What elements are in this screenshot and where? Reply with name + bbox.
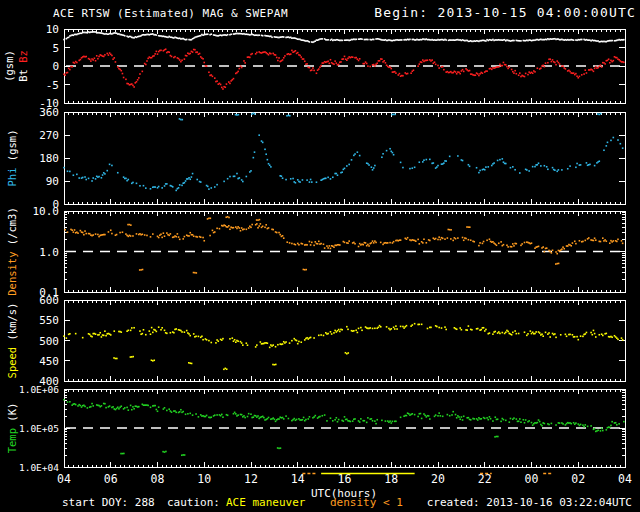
- y-tick-label: 0: [52, 60, 59, 73]
- y-axis-label: Density (/cm3): [6, 207, 18, 296]
- y-axis-label: Temp (K): [6, 403, 18, 454]
- x-tick-label: 04: [618, 472, 632, 486]
- panel-phi: 360270180900Phi (gsm): [6, 106, 625, 211]
- y-tick-label: 1.0E+04: [19, 462, 59, 473]
- panel-speed: 600550500450400Speed (km/s): [6, 294, 625, 388]
- y-tick-label: 550: [39, 314, 59, 327]
- series-speed: [63, 323, 623, 370]
- series-bt: [63, 31, 624, 43]
- y-tick-label: 450: [39, 355, 59, 368]
- y-tick-label: 600: [39, 294, 59, 307]
- y-axis-label: Speed (km/s): [6, 303, 18, 379]
- panel-bt-bz: 1050-5-10Bt Bz(gsm): [3, 23, 625, 110]
- y-tick-label: 270: [39, 129, 59, 142]
- y-axis-label-units: (gsm): [3, 50, 15, 82]
- panel-frame: [64, 300, 625, 381]
- series-phi: [63, 113, 623, 192]
- y-axis-label: Bt Bz: [17, 50, 29, 82]
- y-tick-label: 10: [46, 23, 59, 36]
- caution-maneuver-label: ACE maneuver: [226, 496, 305, 509]
- series-bz: [63, 48, 624, 89]
- x-tick-label: 22: [478, 472, 492, 486]
- caution-density-label: density < 1: [330, 496, 403, 509]
- x-tick-label: 00: [525, 472, 539, 486]
- y-tick-label: 180: [39, 152, 59, 165]
- y-tick-label: 500: [39, 335, 59, 348]
- x-tick-label: 06: [104, 472, 118, 486]
- y-tick-label: -5: [46, 79, 59, 92]
- caution-label: caution:: [167, 496, 220, 509]
- x-tick-label: 10: [197, 472, 211, 486]
- y-tick-label: 10.0: [33, 205, 60, 218]
- x-tick-label: 20: [431, 472, 445, 486]
- x-tick-label: 08: [151, 472, 165, 486]
- created-timestamp: created: 2013-10-16 03:22:04UTC: [427, 496, 632, 509]
- series-density: [64, 216, 623, 274]
- panel-density: 10.01.00.1Density (/cm3): [6, 205, 625, 299]
- start-doy-label: start DOY: 288: [62, 496, 155, 509]
- y-tick-label: 90: [46, 175, 59, 188]
- x-tick-label: 02: [571, 472, 585, 486]
- x-ticks: [64, 112, 625, 204]
- y-tick-label: 1.0E+06: [19, 384, 59, 395]
- x-tick-label: 04: [57, 472, 71, 486]
- y-axis-label: Phi (gsm): [6, 130, 18, 187]
- y-tick-label: 360: [39, 106, 59, 119]
- panel-temp: 1.0E+061.0E+051.0E+04Temp (K): [6, 384, 625, 473]
- panel-frame: [64, 112, 625, 204]
- ace-rtsw-screen: ACE RTSW (Estimated) MAG & SWEPAM Begin:…: [0, 0, 640, 512]
- plot-canvas: 1050-5-10Bt Bz(gsm)360270180900Phi (gsm)…: [0, 0, 640, 512]
- y-tick-label: 1.0E+05: [19, 423, 59, 434]
- x-ticks: [64, 300, 625, 381]
- y-tick-label: 5: [52, 42, 59, 55]
- y-tick-label: 1.0: [39, 246, 59, 259]
- x-tick-label: 12: [244, 472, 258, 486]
